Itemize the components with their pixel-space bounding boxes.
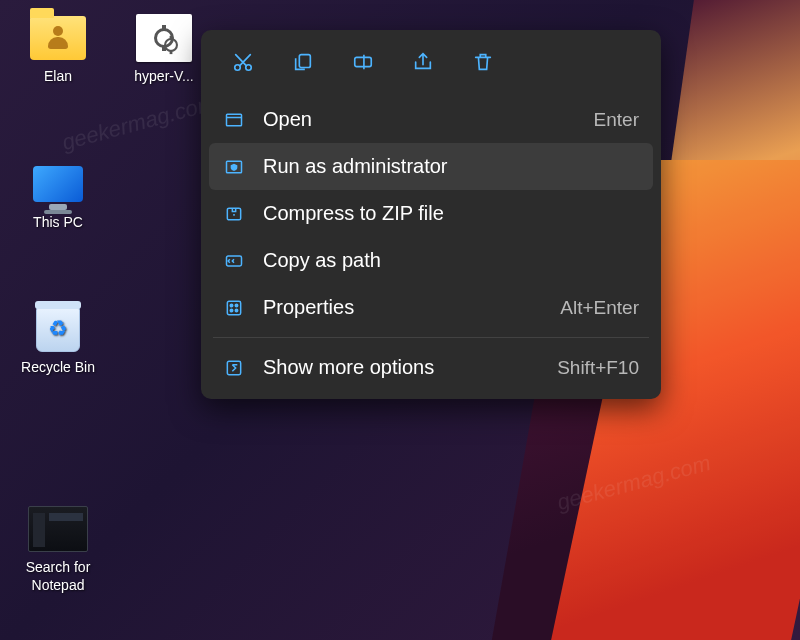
svg-rect-4 xyxy=(227,114,242,126)
svg-point-9 xyxy=(230,304,233,307)
desktop-icon-hyperv[interactable]: hyper-V... xyxy=(114,14,214,86)
copy-path-icon xyxy=(223,250,245,272)
copy-icon xyxy=(292,51,314,78)
menu-item-copy-as-path[interactable]: Copy as path xyxy=(209,237,653,284)
menu-item-run-as-administrator[interactable]: Run as administrator xyxy=(209,143,653,190)
copy-button[interactable] xyxy=(281,44,325,84)
menu-item-label: Compress to ZIP file xyxy=(263,202,621,225)
batch-file-icon xyxy=(134,14,194,62)
more-options-icon xyxy=(223,357,245,379)
menu-item-properties[interactable]: Properties Alt+Enter xyxy=(209,284,653,331)
icon-label: This PC xyxy=(33,214,83,232)
svg-rect-3 xyxy=(355,57,372,66)
svg-rect-8 xyxy=(227,301,240,314)
menu-item-label: Show more options xyxy=(263,356,539,379)
menu-item-label: Run as administrator xyxy=(263,155,621,178)
svg-rect-2 xyxy=(299,54,310,67)
icon-label: Elan xyxy=(44,68,72,86)
quick-actions-row xyxy=(209,38,653,96)
menu-separator xyxy=(213,337,649,338)
shield-icon xyxy=(223,156,245,178)
desktop-icon-search-notepad[interactable]: Search for Notepad xyxy=(8,505,108,594)
trash-icon xyxy=(472,51,494,78)
menu-item-accelerator: Enter xyxy=(594,109,639,131)
svg-point-10 xyxy=(235,304,238,307)
menu-item-accelerator: Alt+Enter xyxy=(560,297,639,319)
folder-icon xyxy=(28,14,88,62)
menu-item-label: Open xyxy=(263,108,576,131)
watermark-text: geekermag.com xyxy=(59,90,218,156)
svg-rect-13 xyxy=(227,361,240,374)
menu-item-label: Properties xyxy=(263,296,542,319)
properties-icon xyxy=(223,297,245,319)
share-icon xyxy=(412,51,434,78)
context-menu: Open Enter Run as administrator Compress… xyxy=(201,30,661,399)
menu-item-label: Copy as path xyxy=(263,249,621,272)
scissors-icon xyxy=(232,51,254,78)
menu-item-accelerator: Shift+F10 xyxy=(557,357,639,379)
icon-label: Recycle Bin xyxy=(21,359,95,377)
recycle-bin-icon: ♻ xyxy=(28,305,88,353)
open-icon xyxy=(223,109,245,131)
zip-icon xyxy=(223,203,245,225)
svg-point-11 xyxy=(230,309,233,312)
icon-label: hyper-V... xyxy=(134,68,193,86)
desktop-icon-folder-elan[interactable]: Elan xyxy=(8,14,108,86)
icon-label: Search for Notepad xyxy=(26,559,91,594)
rename-icon xyxy=(351,51,375,78)
this-pc-icon xyxy=(28,160,88,208)
delete-button[interactable] xyxy=(461,44,505,84)
desktop-icon-this-pc[interactable]: This PC xyxy=(8,160,108,232)
menu-item-compress-zip[interactable]: Compress to ZIP file xyxy=(209,190,653,237)
thumbnail-icon xyxy=(28,505,88,553)
svg-point-12 xyxy=(235,309,238,312)
share-button[interactable] xyxy=(401,44,445,84)
menu-item-show-more-options[interactable]: Show more options Shift+F10 xyxy=(209,344,653,391)
menu-item-open[interactable]: Open Enter xyxy=(209,96,653,143)
desktop-icon-recycle-bin[interactable]: ♻ Recycle Bin xyxy=(8,305,108,377)
rename-button[interactable] xyxy=(341,44,385,84)
cut-button[interactable] xyxy=(221,44,265,84)
